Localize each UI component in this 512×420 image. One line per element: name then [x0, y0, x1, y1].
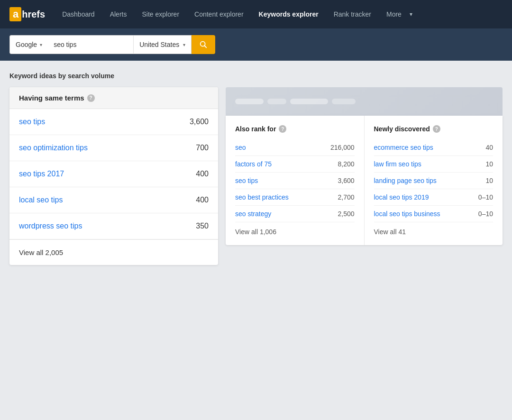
search-icon: [199, 40, 208, 49]
newly-disc-volume-2: 10: [485, 177, 493, 184]
newly-disc-volume-0: 40: [485, 144, 493, 151]
also-rank-for-title: Also rank for: [235, 125, 276, 133]
newly-discovered-section: Newly discovered ? ecommerce seo tips 40…: [364, 116, 503, 245]
also-rank-keyword-3[interactable]: seo best practices: [235, 193, 289, 201]
blurred-top-bar: [226, 87, 503, 116]
also-rank-row-2[interactable]: seo tips 3,600: [235, 173, 355, 189]
nav-more-chevron: ▾: [410, 7, 419, 21]
logo[interactable]: a hrefs: [9, 7, 45, 21]
also-rank-volume-0: 216,000: [330, 144, 355, 151]
right-cards-row: Also rank for ? seo 216,000 factors of 7…: [226, 116, 503, 245]
newly-disc-keyword-0[interactable]: ecommerce seo tips: [374, 144, 433, 151]
country-label: United States: [139, 41, 179, 48]
engine-chevron-icon: ▾: [40, 42, 42, 47]
keyword-link-4[interactable]: wordpress seo tips: [19, 222, 82, 230]
newly-discovered-title: Newly discovered: [374, 125, 430, 133]
engine-label: Google: [16, 41, 37, 48]
main-content: Keyword ideas by search volume Having sa…: [0, 61, 512, 276]
keyword-volume-3: 400: [196, 196, 209, 204]
keyword-link-3[interactable]: local seo tips: [19, 196, 63, 204]
logo-hrefs-text: hrefs: [22, 9, 45, 20]
same-terms-info-icon[interactable]: ?: [87, 94, 95, 102]
blurred-dot-2: [267, 99, 286, 104]
nav-content-explorer[interactable]: Content explorer: [188, 7, 250, 22]
also-rank-row-0[interactable]: seo 216,000: [235, 139, 355, 156]
also-rank-for-section: Also rank for ? seo 216,000 factors of 7…: [226, 116, 364, 245]
also-rank-volume-1: 8,200: [338, 160, 354, 168]
also-rank-for-header: Also rank for ?: [235, 125, 355, 133]
same-terms-title: Having same terms: [19, 94, 84, 102]
search-bar: Google ▾ United States ▾: [0, 28, 512, 61]
nav-rank-tracker[interactable]: Rank tracker: [327, 7, 378, 22]
keyword-row-1[interactable]: seo optimization tips 700: [9, 135, 218, 161]
newly-disc-row-3[interactable]: local seo tips 2019 0–10: [374, 189, 494, 206]
newly-discovered-info-icon[interactable]: ?: [433, 125, 440, 133]
search-button[interactable]: [192, 35, 215, 54]
nav-site-explorer[interactable]: Site explorer: [135, 7, 186, 22]
also-rank-row-3[interactable]: seo best practices 2,700: [235, 189, 355, 206]
keyword-link-0[interactable]: seo tips: [19, 118, 45, 126]
navbar: a hrefs Dashboard Alerts Site explorer C…: [0, 0, 512, 28]
newly-disc-keyword-1[interactable]: law firm seo tips: [374, 160, 421, 168]
blurred-dot-3: [290, 99, 328, 104]
also-rank-keyword-1[interactable]: factors of 75: [235, 160, 272, 168]
keyword-row-4[interactable]: wordpress seo tips 350: [9, 213, 218, 239]
keyword-link-2[interactable]: seo tips 2017: [19, 170, 64, 178]
keyword-volume-2: 400: [196, 170, 209, 178]
keyword-volume-1: 700: [196, 144, 209, 152]
keyword-volume-0: 3,600: [190, 118, 209, 126]
search-input[interactable]: [48, 35, 133, 54]
section-title: Keyword ideas by search volume: [9, 72, 503, 80]
country-chevron-icon: ▾: [183, 42, 185, 47]
also-rank-keyword-4[interactable]: seo strategy: [235, 210, 271, 218]
newly-disc-row-0[interactable]: ecommerce seo tips 40: [374, 139, 494, 156]
country-select[interactable]: United States ▾: [133, 35, 192, 54]
newly-disc-volume-1: 10: [485, 160, 493, 168]
also-rank-keyword-0[interactable]: seo: [235, 144, 246, 151]
same-terms-view-all[interactable]: View all 2,005: [9, 239, 218, 265]
nav-dashboard[interactable]: Dashboard: [55, 7, 101, 22]
also-rank-view-all[interactable]: View all 1,006: [235, 222, 355, 236]
newly-disc-volume-4: 0–10: [478, 210, 493, 218]
keyword-row-0[interactable]: seo tips 3,600: [9, 109, 218, 135]
also-rank-volume-3: 2,700: [338, 193, 354, 201]
newly-disc-volume-3: 0–10: [478, 193, 493, 201]
same-terms-header: Having same terms ?: [9, 87, 218, 109]
nav-keywords-explorer[interactable]: Keywords explorer: [252, 7, 325, 22]
newly-discovered-header: Newly discovered ?: [374, 125, 494, 133]
blurred-dot-1: [235, 99, 264, 104]
logo-a-letter: a: [9, 7, 21, 21]
svg-line-1: [204, 46, 206, 47]
newly-disc-row-2[interactable]: landing page seo tips 10: [374, 173, 494, 189]
nav-alerts[interactable]: Alerts: [103, 7, 134, 22]
nav-more[interactable]: More ▾: [380, 7, 419, 22]
also-rank-volume-2: 3,600: [338, 177, 354, 184]
engine-select[interactable]: Google ▾: [9, 35, 48, 54]
also-rank-keyword-2[interactable]: seo tips: [235, 177, 258, 184]
also-rank-volume-4: 2,500: [338, 210, 354, 218]
keyword-row-2[interactable]: seo tips 2017 400: [9, 161, 218, 187]
nav-more-label: More: [380, 7, 408, 22]
same-terms-card: Having same terms ? seo tips 3,600 seo o…: [9, 87, 218, 265]
newly-disc-keyword-4[interactable]: local seo tips business: [374, 210, 440, 218]
also-rank-row-1[interactable]: factors of 75 8,200: [235, 156, 355, 173]
newly-disc-row-4[interactable]: local seo tips business 0–10: [374, 206, 494, 222]
also-rank-for-info-icon[interactable]: ?: [279, 125, 286, 133]
blurred-dot-4: [332, 99, 356, 104]
also-rank-row-4[interactable]: seo strategy 2,500: [235, 206, 355, 222]
cards-row: Having same terms ? seo tips 3,600 seo o…: [9, 87, 503, 265]
keyword-volume-4: 350: [196, 222, 209, 230]
newly-disc-view-all[interactable]: View all 41: [374, 222, 494, 236]
newly-disc-keyword-3[interactable]: local seo tips 2019: [374, 193, 429, 201]
newly-disc-row-1[interactable]: law firm seo tips 10: [374, 156, 494, 173]
newly-disc-keyword-2[interactable]: landing page seo tips: [374, 177, 437, 184]
keyword-row-3[interactable]: local seo tips 400: [9, 187, 218, 213]
right-cards-container: Also rank for ? seo 216,000 factors of 7…: [226, 87, 503, 245]
keyword-link-1[interactable]: seo optimization tips: [19, 144, 88, 152]
